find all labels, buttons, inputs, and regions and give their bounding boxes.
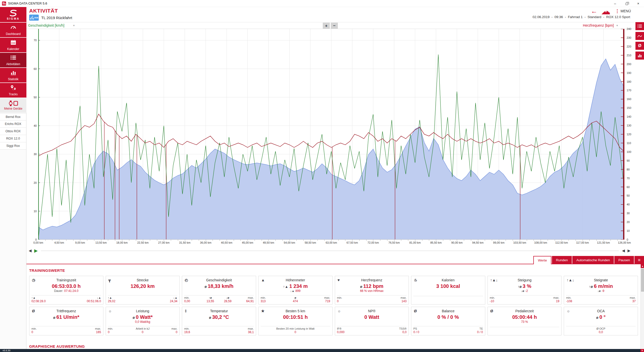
training-value-card: ▲Höhenmeter↑▲1 234 m↓▲899min.313ø474max.… xyxy=(258,276,333,304)
close-button[interactable]: × xyxy=(632,0,644,7)
device-list-item[interactable]: Ottos ROX xyxy=(0,128,26,135)
tab-werte[interactable]: Werte xyxy=(533,256,551,264)
card-footer: min.0Arbeit in kJ0max.0 xyxy=(108,326,178,334)
sidebar-item-tracks[interactable]: Tracks xyxy=(0,83,26,98)
zoom-out-button[interactable]: − xyxy=(331,23,338,29)
right-axis-tick-label: 60 xyxy=(627,186,630,189)
card-footer-col: max.719 xyxy=(307,296,330,303)
sidebar-item-statistik[interactable]: Statistik xyxy=(0,68,26,82)
device-list-item[interactable]: Bernd Rox xyxy=(0,113,26,120)
footer-label: Ø OCP xyxy=(566,327,636,330)
sidebar-item-label: Dashboard xyxy=(6,32,21,36)
menu-button[interactable]: ⋮ MENÜ xyxy=(615,8,631,14)
back-button[interactable]: ← xyxy=(591,8,597,14)
x-axis-minor-tick xyxy=(234,240,234,241)
x-axis-minor-tick xyxy=(227,240,227,241)
x-axis-tick-label: 76,50 km xyxy=(386,241,402,244)
sidebar-item-label: Tracks xyxy=(9,93,18,96)
x-axis-minor-tick xyxy=(213,240,213,241)
card-footer-col: min.313 xyxy=(261,296,284,303)
footer-value: 37 xyxy=(601,299,636,303)
value-list-button[interactable] xyxy=(635,22,644,30)
x-axis-minor-tick xyxy=(310,240,311,241)
sidebar-item-meine-geraete[interactable]: Meine Geräte xyxy=(0,98,26,113)
pan-step-right-icon[interactable]: ▶ xyxy=(627,248,630,253)
chart-label-row: Geschwindigkeit [km/h] ▾ + − Herzfrequen… xyxy=(26,22,644,29)
x-axis-minor-tick xyxy=(359,240,359,241)
footer-icon: ↑▲ xyxy=(108,296,143,299)
x-axis-minor-tick xyxy=(569,240,569,241)
card-subvalue: 0,0 Watt/kg xyxy=(106,320,180,324)
x-axis-minor-tick xyxy=(206,240,206,241)
x-axis-minor-tick xyxy=(555,240,555,241)
minimize-button[interactable]: – xyxy=(609,0,621,7)
left-series-label[interactable]: Geschwindigkeit [km/h] xyxy=(28,23,64,27)
average-icon: Ø xyxy=(638,43,641,48)
x-axis-minor-tick xyxy=(576,240,576,241)
sidebar-item-dashboard[interactable]: Dashboard xyxy=(0,23,26,37)
device-list-item[interactable]: ROX 12.0 xyxy=(0,135,26,142)
training-value-card: ♥Herzfrequenzø112 bpm66 % von HRmaxmin.0… xyxy=(335,276,409,304)
bar-chart-button[interactable] xyxy=(635,52,644,60)
x-axis-tick-label: 27,00 km xyxy=(156,241,172,244)
subvalue-label: Dauer: xyxy=(54,289,63,293)
average-button[interactable]: Ø xyxy=(635,42,644,50)
x-axis-minor-tick xyxy=(255,240,255,241)
x-axis-minor-tick xyxy=(122,240,122,241)
x-axis-minor-tick xyxy=(87,240,87,241)
device-list-item[interactable]: Siggi Rox xyxy=(0,142,26,150)
pan-slider-handle[interactable]: ▶ xyxy=(34,248,38,253)
x-axis-minor-tick xyxy=(303,240,304,241)
scroll-up-icon[interactable]: ▲ xyxy=(641,264,644,268)
card-title: Geschwindigkeit xyxy=(182,278,256,282)
footer-icon: ↑ø xyxy=(202,296,219,299)
bar-chart-icon xyxy=(10,70,17,77)
chevron-down-icon[interactable]: ▾ xyxy=(616,24,618,27)
training-value-cards: ◷Trainingszeit06:53:03.0 hDauer:07:41:24… xyxy=(29,276,638,335)
sidebar-item-kalender[interactable]: Kalender xyxy=(0,38,26,52)
right-series-label[interactable]: Herzfrequenz [bpm] xyxy=(583,23,614,27)
x-axis-minor-tick xyxy=(408,240,408,241)
tab-pausen[interactable]: Pausen xyxy=(614,256,634,264)
training-value-card: ┳Strecke126,20 km↑▲29,02↓▲24,34 xyxy=(106,276,180,304)
chart-canvas xyxy=(38,29,624,240)
chevron-down-icon[interactable]: ▾ xyxy=(73,24,75,27)
left-axis-tick-label: 20 xyxy=(27,181,37,184)
card-footer-col: min.-108 xyxy=(566,296,601,303)
device-list-item[interactable]: Erichs ROX xyxy=(0,120,26,128)
card-footer: ↑▲29,02↓▲24,34 xyxy=(108,295,178,303)
pan-left-icon[interactable]: ◀ xyxy=(29,248,32,253)
x-axis-minor-tick xyxy=(527,240,527,241)
card-value: 0 % / 0 % xyxy=(411,314,485,320)
cloud-sync-button[interactable]: ☁ ↻ xyxy=(601,8,612,15)
scroll-down-icon[interactable]: ▼ xyxy=(640,349,644,352)
tab-automatische-runden[interactable]: Automatische Runden xyxy=(572,256,614,264)
card-title: Herzfrequenz xyxy=(335,278,409,282)
zoom-in-button[interactable]: + xyxy=(323,23,330,29)
vertical-scrollbar[interactable]: ▲ xyxy=(640,264,644,349)
card-title: Pedalierzeit xyxy=(488,309,561,313)
sidebar-item-label: Kalender xyxy=(7,47,19,51)
curve-chart-button[interactable] xyxy=(635,32,644,40)
x-axis-minor-tick xyxy=(471,240,471,241)
tab-runden[interactable]: Runden xyxy=(552,256,572,264)
footer-icon: ø xyxy=(284,296,307,299)
x-axis-minor-tick xyxy=(268,240,269,241)
power-icon: ☼ xyxy=(567,309,570,313)
card-title: Trittfrequenz xyxy=(29,309,103,313)
cyclist-icon xyxy=(30,15,34,20)
card-footer-col: Ø OCP0,0 xyxy=(566,327,636,334)
x-axis-minor-tick xyxy=(338,240,339,241)
x-axis-minor-tick xyxy=(52,240,52,241)
card-title: Besten 5 km xyxy=(259,309,332,313)
maximize-button[interactable] xyxy=(621,0,632,7)
scrollbar-thumb[interactable] xyxy=(641,269,644,292)
x-axis-minor-tick xyxy=(478,240,478,241)
card-footer: Besten 20 min Leistung in Watt0 xyxy=(261,326,330,334)
sidebar-item-label: Meine Geräte xyxy=(4,107,22,110)
card-footer-col: min.-10 xyxy=(490,296,525,303)
pan-track[interactable] xyxy=(41,251,619,251)
sidebar-item-aktivitaeten[interactable]: Aktivitäten xyxy=(0,53,26,67)
tab-list-button[interactable]: ≡ xyxy=(634,256,644,264)
pan-step-left-icon[interactable]: ◀ xyxy=(622,248,625,253)
